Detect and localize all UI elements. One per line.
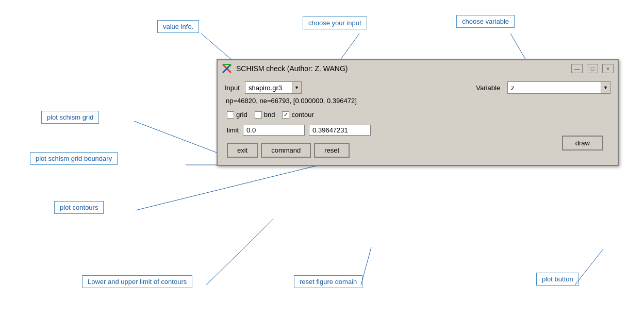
bnd-checkbox-item: bnd (255, 111, 275, 119)
app-icon (222, 63, 232, 74)
contour-label: contour (291, 111, 313, 119)
close-button[interactable]: × (602, 64, 614, 73)
limit-upper-input[interactable] (309, 125, 371, 136)
plot-schism-grid-label: plot schism grid (41, 111, 99, 124)
command-button[interactable]: command (261, 143, 311, 158)
info-row: np=46820, ne=66793, [0.000000, 0.396472] (225, 97, 610, 105)
choose-variable-label: choose variable (456, 15, 515, 28)
dialog-content: Input shapiro.gr3 ▼ Variable z ▼ np=4682… (218, 76, 618, 165)
svg-line-5 (136, 165, 320, 210)
lower-upper-limit-label: Lower and upper limit of contours (82, 275, 192, 288)
exit-button[interactable]: exit (227, 143, 258, 158)
limit-row: limit (225, 125, 610, 136)
variable-combo-arrow[interactable]: ▼ (601, 82, 610, 93)
plot-contours-label: plot contours (54, 201, 104, 214)
title-bar: SCHISM check (Author: Z. WANG) — □ × (218, 60, 618, 76)
input-combo-value: shapiro.gr3 (245, 83, 292, 93)
variable-label: Variable (476, 84, 500, 92)
button-row: exit command reset (225, 143, 350, 158)
grid-checkbox-item: grid (227, 111, 247, 119)
grid-label: grid (236, 111, 247, 119)
limit-lower-input[interactable] (243, 125, 305, 136)
grid-checkbox[interactable] (227, 111, 234, 119)
dialog-window: SCHISM check (Author: Z. WANG) — □ × Inp… (217, 59, 619, 166)
bnd-label: bnd (264, 111, 275, 119)
maximize-button[interactable]: □ (587, 64, 598, 73)
bnd-checkbox[interactable] (255, 111, 262, 119)
variable-combo[interactable]: z ▼ (507, 81, 610, 94)
draw-button[interactable]: draw (562, 136, 603, 150)
variable-section: Variable z ▼ (306, 81, 610, 94)
reset-button[interactable]: reset (314, 143, 350, 158)
value-info-label: value info. (157, 20, 199, 33)
limit-label: limit (227, 126, 239, 134)
input-combo[interactable]: shapiro.gr3 ▼ (245, 81, 302, 94)
minimize-button[interactable]: — (571, 64, 583, 73)
contour-checkbox-item: ✓ contour (282, 111, 313, 119)
dialog-title: SCHISM check (Author: Z. WANG) (236, 64, 571, 73)
reset-figure-domain-label: reset figure domain (294, 275, 362, 288)
plot-button-label: plot button (536, 273, 579, 286)
contour-checkbox[interactable]: ✓ (282, 111, 289, 119)
choose-input-label: choose your input (303, 16, 367, 29)
input-variable-row: Input shapiro.gr3 ▼ Variable z ▼ (225, 81, 610, 94)
checkbox-row: grid bnd ✓ contour (225, 111, 610, 119)
variable-combo-value: z (508, 83, 601, 93)
input-label: Input (225, 84, 240, 92)
svg-line-6 (206, 219, 273, 285)
input-combo-arrow[interactable]: ▼ (292, 82, 301, 93)
plot-schism-grid-boundary-label: plot schism grid boundary (30, 152, 118, 165)
svg-line-8 (575, 249, 603, 285)
title-bar-buttons: — □ × (571, 64, 614, 73)
